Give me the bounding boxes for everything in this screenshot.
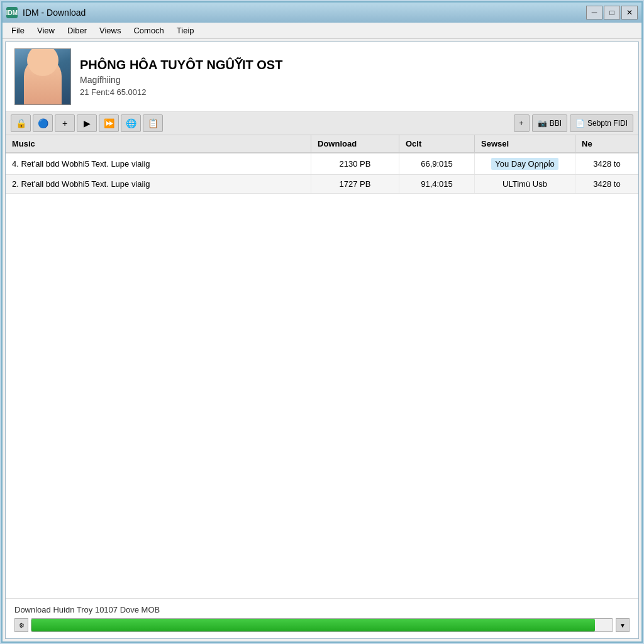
maximize-button[interactable]: □: [604, 6, 620, 19]
row2-music-name: Ret'all bdd Wobhi5 Text. Lupe viaiig: [21, 179, 150, 189]
close-button[interactable]: ✕: [621, 6, 638, 19]
col-sewsel: Sewsel: [475, 135, 575, 152]
row1-index: 4.: [12, 159, 19, 169]
row2-sewsel: ULTimù Usb: [475, 175, 575, 193]
album-person-figure: [24, 57, 62, 104]
progress-fill: [31, 619, 595, 631]
col-ne: Ne: [575, 135, 638, 152]
menu-bar: FileViewDiberViewsComochTieip: [3, 23, 641, 39]
row2-music: 2. Ret'all bdd Wobhi5 Text. Lupe viaiig: [6, 175, 311, 193]
progress-dropdown[interactable]: ▼: [616, 618, 630, 632]
row2-download: 1727 PB: [311, 175, 399, 193]
main-window: IDM IDM - Download ─ □ ✕ FileViewDiberVi…: [1, 1, 643, 643]
album-info-block: PHÔNG HÔA TUYÔT NGÛỸIT OST Magífhiing 21…: [80, 57, 282, 97]
progress-icon[interactable]: ⚙: [14, 618, 28, 632]
menu-item-comoch[interactable]: Comoch: [127, 25, 170, 36]
album-cover-art: [15, 49, 70, 104]
album-artist: Magífhiing: [80, 75, 282, 85]
menu-item-views[interactable]: Views: [93, 25, 127, 36]
plus-right-button[interactable]: +: [514, 114, 530, 132]
title-buttons: ─ □ ✕: [586, 6, 638, 19]
add-button[interactable]: +: [55, 114, 75, 132]
row1-oclt: 66,9:015: [399, 153, 475, 174]
row2-index: 2.: [12, 179, 19, 189]
sebptn-label: Sebptn FIDI: [587, 119, 628, 128]
skip-button[interactable]: ⏩: [99, 114, 119, 132]
sebptn-icon: 📄: [575, 119, 585, 128]
album-cover: [14, 48, 71, 105]
title-bar: IDM IDM - Download ─ □ ✕: [3, 3, 641, 23]
table-header: Music Download Oclt Sewsel Ne: [6, 135, 638, 153]
menu-item-file[interactable]: File: [5, 25, 31, 36]
globe-button[interactable]: 🌐: [121, 114, 141, 132]
table-body: 4. Ret'all bdd Wobhi5 Text. Lupe viaiig …: [6, 153, 638, 598]
row1-music-name: Ret'all bdd Wobhi5 Text. Lupe viaiig: [21, 159, 150, 169]
row2-oclt: 91,4:015: [399, 175, 475, 193]
toolbar: 🔒 🔵 + ▶ ⏩ 🌐 📋 + 📷 BBI 📄 Sebptn FIDI: [6, 112, 638, 135]
title-bar-left: IDM IDM - Download: [6, 7, 86, 18]
album-info: 21 Fent:4 65.0012: [80, 87, 282, 97]
content-area: PHÔNG HÔA TUYÔT NGÛỸIT OST Magífhiing 21…: [5, 42, 639, 639]
blue-button[interactable]: 🔵: [33, 114, 53, 132]
play-button[interactable]: ▶: [77, 114, 97, 132]
album-header: PHÔNG HÔA TUYÔT NGÛỸIT OST Magífhiing 21…: [6, 42, 638, 112]
menu-item-diber[interactable]: Diber: [61, 25, 93, 36]
album-title: PHÔNG HÔA TUYÔT NGÛỸIT OST: [80, 57, 282, 72]
clipboard-button[interactable]: 📋: [143, 114, 163, 132]
lock-button[interactable]: 🔒: [11, 114, 31, 132]
bbi-button[interactable]: 📷 BBI: [532, 114, 567, 132]
row1-download: 2130 PB: [311, 153, 399, 174]
col-download: Download: [311, 135, 399, 152]
row1-sewsel: You Day Oρηρίο: [475, 153, 575, 174]
row1-ne: 3428 to: [575, 153, 638, 174]
minimize-button[interactable]: ─: [586, 6, 602, 19]
download-section: Download Huidn Troy 10107 Dove MOB ⚙ ▼: [6, 598, 638, 638]
toolbar-right: + 📷 BBI 📄 Sebptn FIDI: [514, 114, 633, 132]
app-icon: IDM: [6, 7, 18, 18]
bbi-label: BBI: [550, 119, 562, 128]
progress-track: [31, 618, 613, 632]
row1-sewsel-value: You Day Oρηρίο: [491, 158, 558, 170]
table-row[interactable]: 2. Ret'all bdd Wobhi5 Text. Lupe viaiig …: [6, 175, 638, 194]
window-title: IDM - Download: [23, 8, 86, 18]
table-row[interactable]: 4. Ret'all bdd Wobhi5 Text. Lupe viaiig …: [6, 153, 638, 175]
progress-bar-container: ⚙ ▼: [14, 618, 630, 632]
col-oclt: Oclt: [399, 135, 475, 152]
row1-music: 4. Ret'all bdd Wobhi5 Text. Lupe viaiig: [6, 153, 311, 174]
menu-item-tieip[interactable]: Tieip: [170, 25, 201, 36]
sebptn-button[interactable]: 📄 Sebptn FIDI: [570, 114, 633, 132]
bbi-icon: 📷: [538, 119, 547, 128]
menu-item-view[interactable]: View: [31, 25, 61, 36]
col-music: Music: [6, 135, 311, 152]
download-table: Music Download Oclt Sewsel Ne 4. Ret'all…: [6, 135, 638, 598]
row2-ne: 3428 to: [575, 175, 638, 193]
download-label: Download Huidn Troy 10107 Dove MOB: [14, 605, 630, 614]
